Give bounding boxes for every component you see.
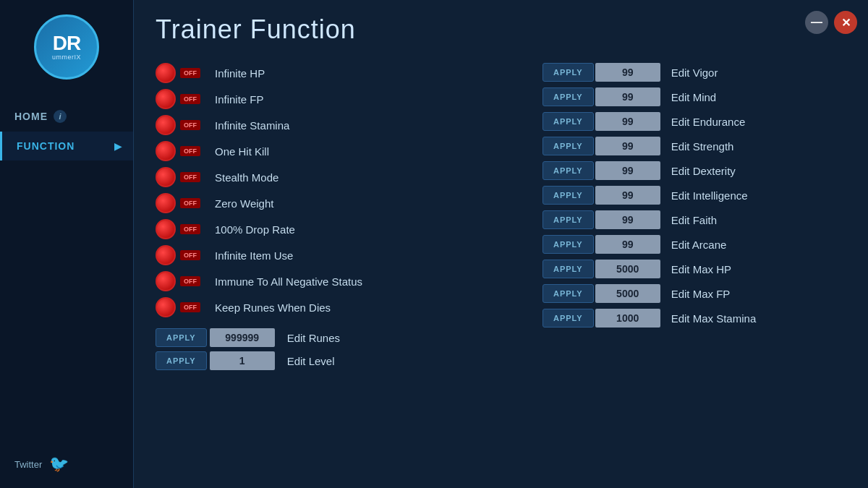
edit-max-fp-label: Edit Max FP xyxy=(671,288,731,300)
feature-infinite-item: Infinite Item Use xyxy=(215,249,293,262)
toggle-circle-icon[interactable] xyxy=(156,89,176,109)
stat-mind-row: APPLY 99 Edit Mind xyxy=(542,87,846,106)
twitter-section[interactable]: Twitter 🐦 xyxy=(14,455,69,474)
toggle-circle-icon[interactable] xyxy=(156,219,176,239)
toggle-circle-icon[interactable] xyxy=(156,245,176,265)
vigor-value[interactable]: 99 xyxy=(595,63,660,82)
page-title: Trainer Function xyxy=(156,14,846,45)
apply-max-stamina-button[interactable]: APPLY xyxy=(542,309,594,328)
toggle-drop-rate: OFF xyxy=(156,219,200,239)
columns-layout: OFF Infinite HP OFF Infinite FP OFF Infi… xyxy=(156,63,846,370)
toggle-row: OFF Infinite Item Use xyxy=(156,245,521,265)
edit-max-stamina-label: Edit Max Stamina xyxy=(671,312,757,325)
strength-value[interactable]: 99 xyxy=(595,137,660,155)
toggle-infinite-fp: OFF xyxy=(156,89,200,109)
off-badge: OFF xyxy=(180,146,200,156)
toggle-row: OFF 100% Drop Rate xyxy=(156,219,521,239)
toggle-row: OFF Stealth Mode xyxy=(156,167,521,187)
apply-strength-button[interactable]: APPLY xyxy=(542,137,594,155)
minimize-button[interactable]: — xyxy=(805,11,828,34)
toggle-immune-status: OFF xyxy=(156,271,200,291)
sidebar: DR ummerIX HOME i FUNCTION ▶ Twitter 🐦 xyxy=(0,0,134,488)
edit-dexterity-label: Edit Dexterity xyxy=(671,165,736,177)
toggle-stealth-mode: OFF xyxy=(156,167,200,187)
stat-max-fp-row: APPLY 5000 Edit Max FP xyxy=(542,284,846,303)
level-value[interactable]: 1 xyxy=(210,351,275,370)
dexterity-value[interactable]: 99 xyxy=(595,161,660,180)
toggle-circle-icon[interactable] xyxy=(156,193,176,213)
feature-drop-rate: 100% Drop Rate xyxy=(215,223,295,236)
apply-vigor-button[interactable]: APPLY xyxy=(542,63,594,82)
stat-intelligence-row: APPLY 99 Edit Intelligence xyxy=(542,186,846,205)
mind-value[interactable]: 99 xyxy=(595,87,660,106)
edit-runes-row: APPLY 999999 Edit Runes xyxy=(156,328,340,347)
toggle-row: OFF Keep Runes When Dies xyxy=(156,297,521,317)
stat-arcane-row: APPLY 99 Edit Arcane xyxy=(542,235,846,254)
edit-faith-label: Edit Faith xyxy=(671,214,717,226)
endurance-value[interactable]: 99 xyxy=(595,112,660,131)
info-icon[interactable]: i xyxy=(54,110,67,123)
sidebar-item-function-label: FUNCTION xyxy=(17,140,75,152)
sidebar-nav: HOME i FUNCTION ▶ xyxy=(0,101,133,160)
toggle-row: OFF Zero Weight xyxy=(156,193,521,213)
toggle-infinite-hp: OFF xyxy=(156,63,200,83)
toggle-infinite-item: OFF xyxy=(156,245,200,265)
toggle-circle-icon[interactable] xyxy=(156,297,176,317)
feature-infinite-fp: Infinite FP xyxy=(215,93,264,106)
edit-vigor-label: Edit Vigor xyxy=(671,67,718,79)
toggle-circle-icon[interactable] xyxy=(156,141,176,161)
apply-level-button[interactable]: APPLY xyxy=(156,351,207,370)
toggle-circle-icon[interactable] xyxy=(156,115,176,135)
toggle-circle-icon[interactable] xyxy=(156,271,176,291)
arcane-value[interactable]: 99 xyxy=(595,235,660,254)
feature-infinite-stamina: Infinite Stamina xyxy=(215,119,289,132)
faith-value[interactable]: 99 xyxy=(595,210,660,229)
edit-level-section: APPLY 1 Edit Level xyxy=(156,351,521,370)
runes-value[interactable]: 999999 xyxy=(210,328,275,347)
feature-one-hit-kill: One Hit Kill xyxy=(215,145,269,158)
apply-max-fp-button[interactable]: APPLY xyxy=(542,284,594,303)
apply-faith-button[interactable]: APPLY xyxy=(542,210,594,229)
off-badge: OFF xyxy=(180,250,200,260)
apply-mind-button[interactable]: APPLY xyxy=(542,87,594,106)
window-controls: — ✕ xyxy=(805,11,857,34)
apply-max-hp-button[interactable]: APPLY xyxy=(542,260,594,278)
logo[interactable]: DR ummerIX xyxy=(34,14,99,80)
sidebar-item-home[interactable]: HOME i xyxy=(0,101,133,132)
max-hp-value[interactable]: 5000 xyxy=(595,260,660,278)
stat-endurance-row: APPLY 99 Edit Endurance xyxy=(542,112,846,131)
toggle-circle-icon[interactable] xyxy=(156,63,176,83)
apply-endurance-button[interactable]: APPLY xyxy=(542,112,594,131)
stat-dexterity-row: APPLY 99 Edit Dexterity xyxy=(542,161,846,180)
apply-dexterity-button[interactable]: APPLY xyxy=(542,161,594,180)
intelligence-value[interactable]: 99 xyxy=(595,186,660,205)
close-button[interactable]: ✕ xyxy=(834,11,857,34)
apply-arcane-button[interactable]: APPLY xyxy=(542,235,594,254)
off-badge: OFF xyxy=(180,120,200,130)
off-badge: OFF xyxy=(180,276,200,286)
feature-zero-weight: Zero Weight xyxy=(215,197,273,210)
feature-immune-status: Immune To All Negative Status xyxy=(215,275,362,288)
edit-arcane-label: Edit Arcane xyxy=(671,239,727,251)
edit-runes-label: Edit Runes xyxy=(287,332,340,344)
max-fp-value[interactable]: 5000 xyxy=(595,284,660,303)
right-column: APPLY 99 Edit Vigor APPLY 99 Edit Mind A… xyxy=(542,63,846,370)
off-badge: OFF xyxy=(180,224,200,234)
toggle-row: OFF Infinite HP xyxy=(156,63,521,83)
apply-runes-button[interactable]: APPLY xyxy=(156,328,207,347)
edit-endurance-label: Edit Endurance xyxy=(671,116,746,128)
toggle-zero-weight: OFF xyxy=(156,193,200,213)
max-stamina-value[interactable]: 1000 xyxy=(595,309,660,328)
off-badge: OFF xyxy=(180,68,200,78)
toggle-keep-runes: OFF xyxy=(156,297,200,317)
toggle-circle-icon[interactable] xyxy=(156,167,176,187)
feature-infinite-hp: Infinite HP xyxy=(215,67,265,80)
chevron-right-icon: ▶ xyxy=(114,140,122,152)
apply-intelligence-button[interactable]: APPLY xyxy=(542,186,594,205)
twitter-icon[interactable]: 🐦 xyxy=(49,455,69,474)
stat-max-hp-row: APPLY 5000 Edit Max HP xyxy=(542,260,846,278)
twitter-label: Twitter xyxy=(14,459,42,470)
edit-mind-label: Edit Mind xyxy=(671,91,717,103)
sidebar-item-function[interactable]: FUNCTION ▶ xyxy=(0,132,133,160)
edit-max-hp-label: Edit Max HP xyxy=(671,263,731,275)
